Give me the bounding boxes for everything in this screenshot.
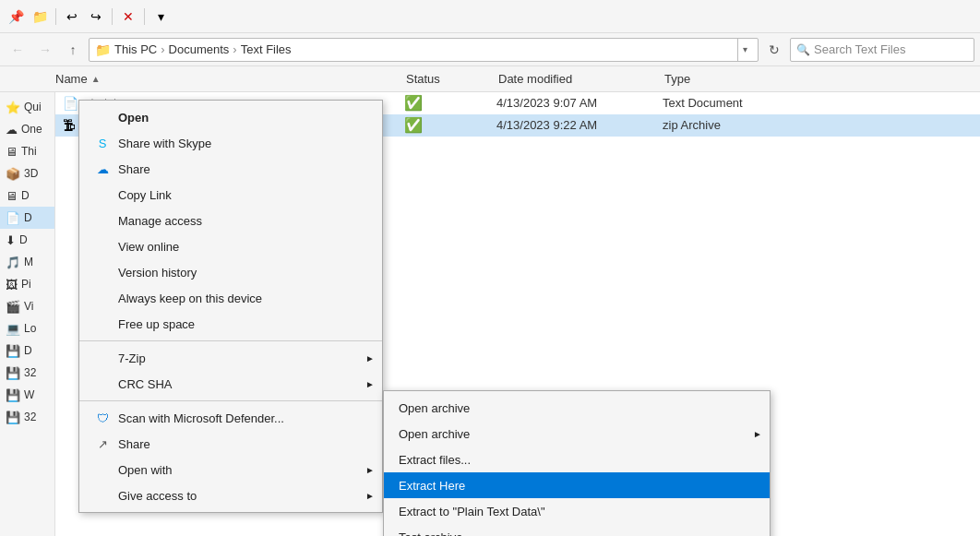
back-button[interactable]: ←	[6, 38, 30, 62]
file-status-0: ✅	[404, 94, 496, 112]
file-status-1: ✅	[404, 116, 496, 134]
sidebar-icon-4: 🖥	[6, 189, 18, 203]
ctx-share-skype[interactable]: S Share with Skype	[79, 130, 382, 156]
ctx-open-archive-arrow-icon: ►	[753, 429, 762, 439]
search-placeholder: Search Text Files	[814, 42, 905, 56]
undo-icon[interactable]: ↩	[62, 6, 82, 27]
toolbar-separator-1	[55, 8, 56, 25]
address-dropdown-button[interactable]: ▾	[737, 38, 752, 62]
sidebar-item-0[interactable]: ⭐Qui	[0, 96, 54, 118]
ctx-keep-icon	[94, 290, 111, 306]
ctx-open-with[interactable]: Open with ►	[79, 457, 382, 482]
ctx-manage-access[interactable]: Manage access	[79, 208, 382, 233]
context-submenu: Open archive Open archive ► Extract file…	[383, 390, 771, 536]
ctx-crcsha[interactable]: CRC SHA ►	[79, 371, 382, 397]
sidebar-item-3[interactable]: 📦3D	[0, 162, 54, 185]
ctx-defender[interactable]: 🛡 Scan with Microsoft Defender...	[79, 405, 382, 431]
sidebar-item-14[interactable]: 💾32	[0, 406, 54, 428]
ctx-share-onedrive[interactable]: ☁ Share	[79, 156, 382, 182]
sidebar-item-13[interactable]: 💾W	[0, 384, 54, 406]
address-bar[interactable]: 📁 This PC › Documents › Text Files ▾	[89, 38, 759, 62]
breadcrumb-thispc[interactable]: This PC	[114, 42, 157, 56]
ctx-separator-2	[79, 400, 382, 401]
ctx-7zip[interactable]: 7-Zip ►	[79, 345, 382, 371]
ctx-always-keep[interactable]: Always keep on this device	[79, 285, 382, 311]
sidebar-item-11[interactable]: 💾D	[0, 339, 54, 362]
defender-icon: 🛡	[94, 410, 111, 426]
sidebar-icon-2: 🖥	[6, 145, 18, 159]
col-type-header[interactable]: Type	[664, 72, 803, 86]
search-box[interactable]: 🔍 Search Text Files	[790, 38, 974, 62]
ctx-extract-here[interactable]: Extract Here	[384, 472, 770, 498]
sidebar-item-10[interactable]: 💻Lo	[0, 317, 54, 339]
sidebar-item-12[interactable]: 💾32	[0, 362, 54, 384]
ctx-7zip-icon	[94, 350, 111, 366]
sidebar-item-2[interactable]: 🖥Thi	[0, 140, 54, 162]
breadcrumb-documents[interactable]: Documents	[169, 42, 230, 56]
share-icon: ↗	[94, 435, 111, 452]
ctx-extract-to[interactable]: Extract to "Plain Text Data\"	[384, 498, 770, 524]
ctx-extract-files[interactable]: Extract files...	[384, 447, 770, 472]
ctx-open-archive-2[interactable]: Open archive ►	[384, 421, 770, 447]
column-header-row: Name ▲ Status Date modified Type	[0, 66, 980, 92]
ctx-free-icon	[94, 316, 111, 332]
ctx-free-space[interactable]: Free up space	[79, 311, 382, 337]
sidebar: ⭐Qui☁One🖥Thi📦3D🖥D📄D⬇D🎵M🖼Pi🎬Vi💻Lo💾D💾32💾W💾…	[0, 92, 55, 536]
ctx-copy-link[interactable]: Copy Link	[79, 182, 382, 208]
breadcrumb-sep-1: ›	[161, 42, 164, 56]
sidebar-icon-6: ⬇	[6, 233, 16, 247]
sidebar-icon-9: 🎬	[6, 300, 20, 314]
ctx-access-arrow-icon: ►	[365, 491, 375, 501]
context-menu: Open S Share with Skype ☁ Share Copy Lin…	[78, 100, 383, 513]
file-icon-1: 🗜	[63, 118, 76, 133]
sidebar-item-1[interactable]: ☁One	[0, 118, 54, 140]
refresh-button[interactable]: ↻	[762, 38, 786, 62]
sidebar-item-9[interactable]: 🎬Vi	[0, 295, 54, 317]
ctx-test-archive[interactable]: Test archive	[384, 524, 770, 536]
up-button[interactable]: ↑	[61, 38, 85, 62]
sidebar-item-6[interactable]: ⬇D	[0, 229, 54, 251]
ctx-7zip-arrow-icon: ►	[365, 353, 375, 363]
sidebar-icon-12: 💾	[6, 366, 20, 380]
pin-icon[interactable]: 📌	[6, 6, 26, 27]
sidebar-icon-7: 🎵	[6, 256, 20, 269]
ctx-access-icon	[94, 487, 111, 504]
file-date-1: 4/13/2023 9:22 AM	[496, 118, 663, 132]
close-icon[interactable]: ✕	[118, 6, 138, 27]
toolbar: 📌 📁 ↩ ↪ ✕ ▾	[0, 0, 980, 33]
breadcrumb-textfiles[interactable]: Text Files	[241, 42, 292, 56]
sidebar-item-8[interactable]: 🖼Pi	[0, 273, 54, 295]
sidebar-icon-1: ☁	[6, 123, 18, 137]
sidebar-item-7[interactable]: 🎵M	[0, 251, 54, 273]
col-status-header[interactable]: Status	[406, 72, 498, 86]
sort-arrow-icon: ▲	[91, 74, 101, 84]
folder-icon[interactable]: 📁	[30, 6, 50, 27]
status-check-icon-0: ✅	[404, 95, 423, 111]
forward-button[interactable]: →	[33, 38, 57, 62]
col-date-header[interactable]: Date modified	[498, 72, 664, 86]
sidebar-item-5[interactable]: 📄D	[0, 207, 54, 229]
redo-icon[interactable]: ↪	[86, 6, 106, 27]
ctx-version-history[interactable]: Version history	[79, 259, 382, 285]
expand-icon[interactable]: ▾	[150, 6, 171, 27]
sidebar-item-4[interactable]: 🖥D	[0, 185, 54, 207]
ctx-view-icon	[94, 238, 111, 255]
sidebar-icon-0: ⭐	[6, 101, 20, 114]
ctx-give-access[interactable]: Give access to ►	[79, 482, 382, 508]
ctx-share[interactable]: ↗ Share	[79, 431, 382, 457]
toolbar-separator-2	[112, 8, 113, 25]
breadcrumb-sep-2: ›	[233, 42, 236, 56]
ctx-view-online[interactable]: View online	[79, 233, 382, 259]
ctx-crcsha-icon	[94, 375, 111, 392]
file-type-0: Text Document	[663, 96, 801, 110]
ctx-open-archive-1[interactable]: Open archive	[384, 395, 770, 421]
ctx-openwith-arrow-icon: ►	[365, 465, 375, 475]
ctx-open[interactable]: Open	[79, 104, 382, 130]
file-type-1: zip Archive	[663, 118, 801, 132]
status-check-icon-1: ✅	[404, 117, 423, 133]
ctx-open-icon	[94, 109, 111, 125]
ctx-copy-link-icon	[94, 186, 111, 203]
col-name-header[interactable]: Name ▲	[55, 72, 406, 86]
sidebar-icon-11: 💾	[6, 344, 20, 358]
sidebar-icon-3: 📦	[6, 167, 20, 181]
